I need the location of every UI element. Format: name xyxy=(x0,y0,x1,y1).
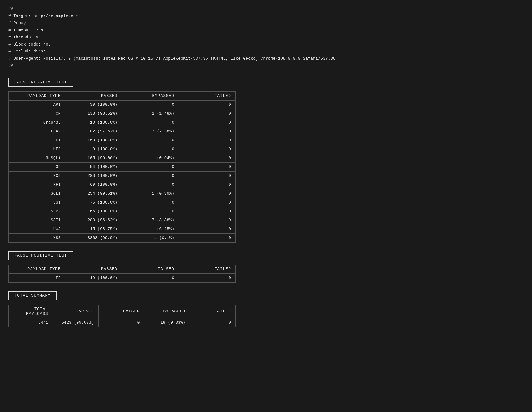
table-cell: 0 xyxy=(122,207,179,216)
table-cell: 10 (100.0%) xyxy=(65,118,122,127)
table-cell: 150 (100.0%) xyxy=(65,136,122,145)
config-section: ### Target: http://example.com# Proxy:# … xyxy=(8,6,524,69)
table-cell: CM xyxy=(9,109,65,118)
table-row: LDAP82 (97.62%)2 (2.38%)0 xyxy=(9,127,236,136)
false-negative-table: PAYLOAD TYPE PASSED BYPASSED FAILED API3… xyxy=(8,91,236,243)
total-summary-table: TOTAL PAYLOADS PASSED FALSED BYPASSED FA… xyxy=(8,305,236,327)
config-line: # Target: http://example.com xyxy=(8,13,524,20)
table-cell: 0 xyxy=(179,145,236,154)
table-cell: 0 xyxy=(179,225,236,233)
table-row: UWA15 (93.75%)1 (6.25%)0 xyxy=(9,225,236,233)
table-cell: 0 xyxy=(179,162,236,171)
col-failed-fp: FAILED xyxy=(179,265,236,273)
table-cell: 0 xyxy=(122,273,179,282)
config-line: # Exclude dirs: xyxy=(8,48,524,55)
table-cell: OR xyxy=(9,162,65,171)
false-negative-header-row: PAYLOAD TYPE PASSED BYPASSED FAILED xyxy=(9,91,236,100)
table-cell: 30 (100.0%) xyxy=(65,100,122,109)
table-cell: 0 xyxy=(122,136,179,145)
col-payload-type-fn: PAYLOAD TYPE xyxy=(9,91,65,100)
table-cell: 0 xyxy=(179,216,236,225)
false-positive-header: FALSE POSITIVE TEST xyxy=(8,251,73,260)
table-cell: API xyxy=(9,100,65,109)
table-cell: 0 xyxy=(122,118,179,127)
table-cell: SQLi xyxy=(9,189,65,198)
table-row: SSI75 (100.0%)00 xyxy=(9,198,236,207)
table-cell: SSI xyxy=(9,198,65,207)
config-line: # User-Agent: Mozilla/5.0 (Macintosh; In… xyxy=(8,55,524,62)
table-cell: 60 (100.0%) xyxy=(65,180,122,189)
config-line: # Proxy: xyxy=(8,20,524,27)
table-cell: 82 (97.62%) xyxy=(65,127,122,136)
table-cell: 0 xyxy=(122,198,179,207)
table-cell: 4 (0.1%) xyxy=(122,233,179,242)
table-cell: MFD xyxy=(9,145,65,154)
table-cell: 0 xyxy=(122,180,179,189)
config-line: ## xyxy=(8,62,524,69)
table-cell: 1 (0.94%) xyxy=(122,154,179,162)
table-row: NoSQLi105 (99.06%)1 (0.94%)0 xyxy=(9,154,236,162)
table-row: XSS3868 (99.9%)4 (0.1%)0 xyxy=(9,233,236,242)
table-cell: 15 (93.75%) xyxy=(65,225,122,233)
table-cell: 0 xyxy=(98,318,144,327)
col-total-payloads: TOTAL PAYLOADS xyxy=(9,305,53,318)
config-line: # Timeout: 20s xyxy=(8,27,524,34)
total-summary-header: TOTAL SUMMARY xyxy=(8,291,57,300)
col-falsed-ts: FALSED xyxy=(98,305,144,318)
section-false-negative: FALSE NEGATIVE TEST PAYLOAD TYPE PASSED … xyxy=(8,78,524,243)
col-failed-fn: FAILED xyxy=(179,91,236,100)
col-bypassed-fn: BYPASSED xyxy=(122,91,179,100)
table-cell: RCE xyxy=(9,171,65,180)
total-summary-header-row: TOTAL PAYLOADS PASSED FALSED BYPASSED FA… xyxy=(9,305,236,318)
table-cell: 0 xyxy=(179,100,236,109)
col-passed-ts: PASSED xyxy=(53,305,98,318)
table-cell: 0 xyxy=(179,233,236,242)
col-passed-fp: PASSED xyxy=(65,265,122,273)
table-row: MFD9 (100.0%)00 xyxy=(9,145,236,154)
table-cell: SSTI xyxy=(9,216,65,225)
table-cell: NoSQLi xyxy=(9,154,65,162)
table-row: LFI150 (100.0%)00 xyxy=(9,136,236,145)
table-cell: 1 (0.39%) xyxy=(122,189,179,198)
section-total-summary: TOTAL SUMMARY TOTAL PAYLOADS PASSED FALS… xyxy=(8,291,524,327)
table-cell: 0 xyxy=(179,273,236,282)
col-bypassed-ts: BYPASSED xyxy=(144,305,190,318)
table-cell: 5423 (99.67%) xyxy=(53,318,98,327)
col-passed-fn: PASSED xyxy=(65,91,122,100)
section-false-positive: FALSE POSITIVE TEST PAYLOAD TYPE PASSED … xyxy=(8,251,524,283)
table-cell: RFI xyxy=(9,180,65,189)
table-cell: 0 xyxy=(179,180,236,189)
table-row: GraphQL10 (100.0%)00 xyxy=(9,118,236,127)
col-payload-type-fp: PAYLOAD TYPE xyxy=(9,265,65,273)
table-row: RCE293 (100.0%)00 xyxy=(9,171,236,180)
table-row: SQLi254 (99.61%)1 (0.39%)0 xyxy=(9,189,236,198)
table-row: CM133 (98.52%)2 (1.48%)0 xyxy=(9,109,236,118)
table-cell: 254 (99.61%) xyxy=(65,189,122,198)
table-cell: FP xyxy=(9,273,65,282)
table-cell: UWA xyxy=(9,225,65,233)
table-cell: 0 xyxy=(179,198,236,207)
table-cell: 2 (1.48%) xyxy=(122,109,179,118)
table-cell: 0 xyxy=(179,207,236,216)
table-cell: LFI xyxy=(9,136,65,145)
table-cell: 293 (100.0%) xyxy=(65,171,122,180)
table-cell: 0 xyxy=(190,318,236,327)
false-positive-header-row: PAYLOAD TYPE PASSED FALSED FAILED xyxy=(9,265,236,273)
table-row: SSTI200 (96.62%)7 (3.38%)0 xyxy=(9,216,236,225)
table-cell: 9 (100.0%) xyxy=(65,145,122,154)
table-cell: 200 (96.62%) xyxy=(65,216,122,225)
table-cell: 105 (99.06%) xyxy=(65,154,122,162)
table-cell: 2 (2.38%) xyxy=(122,127,179,136)
table-cell: XSS xyxy=(9,233,65,242)
table-cell: 0 xyxy=(179,109,236,118)
table-row: API30 (100.0%)00 xyxy=(9,100,236,109)
table-cell: 0 xyxy=(179,136,236,145)
config-line: ## xyxy=(8,6,524,13)
table-row: RFI60 (100.0%)00 xyxy=(9,180,236,189)
table-cell: 19 (100.0%) xyxy=(65,273,122,282)
table-cell: 0 xyxy=(179,118,236,127)
table-row: FP19 (100.0%)00 xyxy=(9,273,236,282)
table-cell: 0 xyxy=(179,154,236,162)
table-cell: 0 xyxy=(122,145,179,154)
table-cell: 0 xyxy=(179,189,236,198)
